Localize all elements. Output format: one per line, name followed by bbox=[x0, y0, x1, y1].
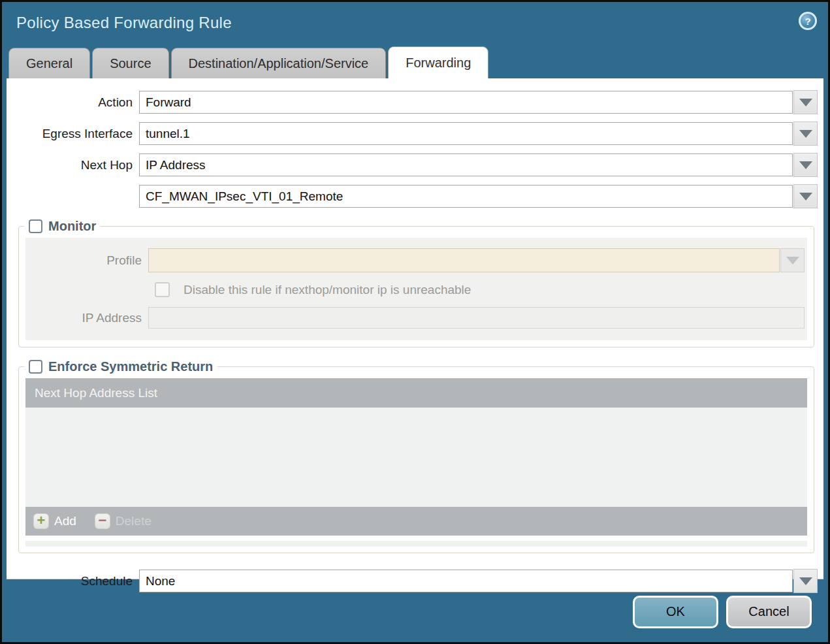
next-hop-address-list-header: Next Hop Address List bbox=[25, 378, 807, 408]
monitor-ip-address-row: IP Address bbox=[25, 307, 805, 329]
plus-glyph: + bbox=[37, 513, 46, 528]
delete-button: − Delete bbox=[95, 513, 152, 529]
next-hop-address-dropdown-button[interactable] bbox=[793, 184, 818, 208]
minus-glyph: − bbox=[98, 513, 106, 528]
monitor-legend: Monitor bbox=[24, 219, 101, 234]
action-dropdown-button[interactable] bbox=[793, 90, 818, 114]
next-hop-type-select[interactable]: IP Address bbox=[139, 153, 793, 176]
next-hop-address-list-body[interactable] bbox=[25, 408, 807, 507]
next-hop-label: Next Hop bbox=[7, 158, 139, 172]
tab-source[interactable]: Source bbox=[92, 48, 168, 78]
monitor-section-title: Monitor bbox=[48, 219, 96, 234]
egress-interface-row: Egress Interface tunnel.1 bbox=[7, 121, 823, 146]
monitor-ip-address-input bbox=[148, 307, 805, 329]
disable-rule-label: Disable this rule if nexthop/monitor ip … bbox=[184, 283, 471, 297]
pbf-rule-dialog: Policy Based Forwarding Rule ? General S… bbox=[0, 0, 830, 644]
tab-forwarding[interactable]: Forwarding bbox=[388, 46, 488, 78]
chevron-down-icon bbox=[799, 577, 812, 585]
next-hop-row: Next Hop IP Address bbox=[7, 153, 823, 177]
enforce-symmetric-return-checkbox[interactable] bbox=[29, 360, 42, 374]
profile-dropdown-button bbox=[780, 248, 805, 272]
plus-icon: + bbox=[33, 513, 49, 529]
dialog-title: Policy Based Forwarding Rule bbox=[16, 14, 232, 32]
enforce-symmetric-return-section: Enforce Symmetric Return Next Hop Addres… bbox=[18, 359, 814, 553]
chevron-down-icon bbox=[799, 193, 812, 201]
tab-destination-application-service[interactable]: Destination/Application/Service bbox=[171, 48, 387, 78]
schedule-label: Schedule bbox=[7, 574, 139, 588]
chevron-down-icon bbox=[799, 130, 812, 138]
next-hop-address-list-toolbar: + Add − Delete bbox=[25, 507, 807, 536]
egress-interface-label: Egress Interface bbox=[7, 127, 139, 141]
forwarding-tab-panel: Action Forward Egress Interface tunnel.1… bbox=[7, 78, 823, 579]
profile-row: Profile bbox=[25, 248, 805, 272]
action-select[interactable]: Forward bbox=[139, 91, 793, 114]
schedule-dropdown-button[interactable] bbox=[793, 569, 818, 593]
delete-button-label: Delete bbox=[116, 514, 152, 528]
ok-button[interactable]: OK bbox=[633, 596, 718, 628]
disable-rule-row: Disable this rule if nexthop/monitor ip … bbox=[155, 282, 805, 297]
next-hop-type-dropdown-button[interactable] bbox=[793, 153, 818, 177]
egress-interface-select[interactable]: tunnel.1 bbox=[139, 122, 793, 145]
table-bottom-strip bbox=[25, 541, 807, 547]
chevron-down-icon bbox=[799, 161, 812, 169]
monitor-ip-address-label: IP Address bbox=[25, 311, 148, 325]
next-hop-address-select[interactable]: CF_MWAN_IPsec_VTI_01_Remote bbox=[139, 185, 793, 208]
monitor-checkbox[interactable] bbox=[29, 219, 42, 233]
monitor-panel: Profile Disable this rule if nexthop/mon… bbox=[25, 238, 807, 340]
minus-icon: − bbox=[95, 513, 110, 529]
disable-rule-checkbox bbox=[155, 282, 170, 297]
dialog-titlebar: Policy Based Forwarding Rule ? bbox=[2, 2, 828, 43]
add-button[interactable]: + Add bbox=[33, 513, 76, 529]
schedule-select[interactable]: None bbox=[139, 570, 793, 592]
chevron-down-icon bbox=[786, 257, 799, 265]
schedule-row: Schedule None bbox=[7, 569, 823, 593]
enforce-legend: Enforce Symmetric Return bbox=[24, 359, 217, 374]
next-hop-address-list-table: Next Hop Address List + Add − Delete bbox=[25, 378, 807, 536]
next-hop-address-row: CF_MWAN_IPsec_VTI_01_Remote bbox=[7, 184, 823, 208]
profile-label: Profile bbox=[25, 253, 148, 268]
monitor-section: Monitor Profile Disable this rule if nex… bbox=[18, 219, 814, 347]
question-mark-glyph: ? bbox=[805, 16, 810, 26]
enforce-symmetric-return-title: Enforce Symmetric Return bbox=[48, 359, 213, 374]
help-icon[interactable]: ? bbox=[799, 12, 817, 30]
action-row: Action Forward bbox=[7, 90, 823, 114]
tab-general[interactable]: General bbox=[8, 48, 90, 78]
cancel-button[interactable]: Cancel bbox=[726, 596, 812, 628]
action-label: Action bbox=[7, 95, 139, 110]
add-button-label: Add bbox=[54, 514, 76, 528]
tab-strip: General Source Destination/Application/S… bbox=[2, 43, 828, 78]
chevron-down-icon bbox=[799, 99, 812, 106]
profile-select[interactable] bbox=[148, 248, 780, 272]
egress-interface-dropdown-button[interactable] bbox=[793, 121, 818, 146]
